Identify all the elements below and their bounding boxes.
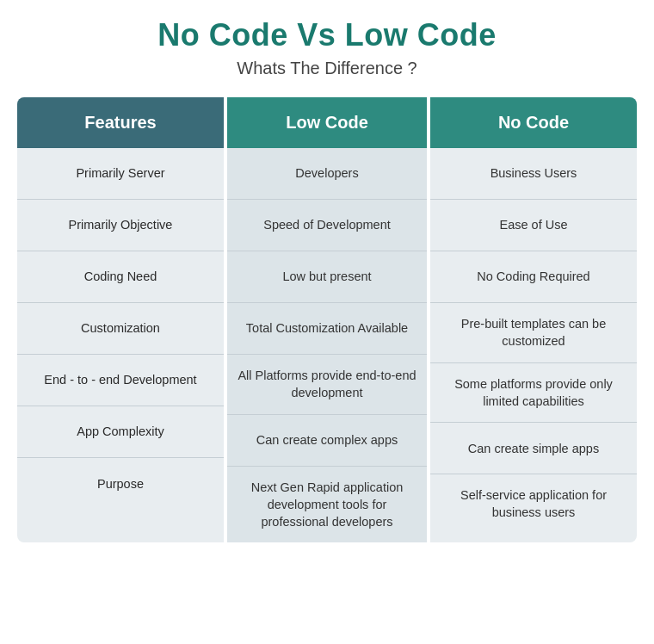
col-header-1: Low Code <box>227 97 427 148</box>
cell-row2-col2: No Coding Required <box>430 251 637 303</box>
cell-row1-col2: Ease of Use <box>430 200 637 251</box>
comparison-table: FeaturesPrimarily ServerPrimarily Object… <box>17 97 637 542</box>
cell-row5-col0: App Complexity <box>17 406 224 458</box>
cell-row0-col2: Business Users <box>430 148 637 200</box>
cell-row5-col2: Can create simple apps <box>430 423 637 474</box>
cell-row3-col2: Pre-built templates can be customized <box>430 303 637 363</box>
page-subtitle: Whats The Difference ? <box>237 59 416 78</box>
cell-row3-col1: Total Customization Available <box>227 303 427 355</box>
cell-row4-col0: End - to - end Development <box>17 355 224 406</box>
col-header-0: Features <box>17 97 224 148</box>
cell-row3-col0: Customization <box>17 303 224 355</box>
cell-row4-col1: All Platforms provide end-to-end develop… <box>227 355 427 415</box>
cell-row4-col2: Some platforms provide only limited capa… <box>430 363 637 424</box>
cell-row0-col0: Primarily Server <box>17 148 224 200</box>
cell-row1-col1: Speed of Development <box>227 200 427 251</box>
cell-row2-col1: Low but present <box>227 251 427 303</box>
column-2: No CodeBusiness UsersEase of UseNo Codin… <box>430 97 637 542</box>
cell-row2-col0: Coding Need <box>17 251 224 303</box>
cell-row6-col0: Purpose <box>17 458 224 510</box>
cell-row5-col1: Can create complex apps <box>227 415 427 467</box>
column-1: Low CodeDevelopersSpeed of DevelopmentLo… <box>227 97 427 542</box>
cell-row6-col1: Next Gen Rapid application development t… <box>227 467 427 543</box>
column-0: FeaturesPrimarily ServerPrimarily Object… <box>17 97 224 542</box>
cell-row0-col1: Developers <box>227 148 427 200</box>
cell-row6-col2: Self-service application for business us… <box>430 474 637 534</box>
cell-row1-col0: Primarily Objective <box>17 200 224 251</box>
col-header-2: No Code <box>430 97 637 148</box>
page-title: No Code Vs Low Code <box>157 17 497 53</box>
